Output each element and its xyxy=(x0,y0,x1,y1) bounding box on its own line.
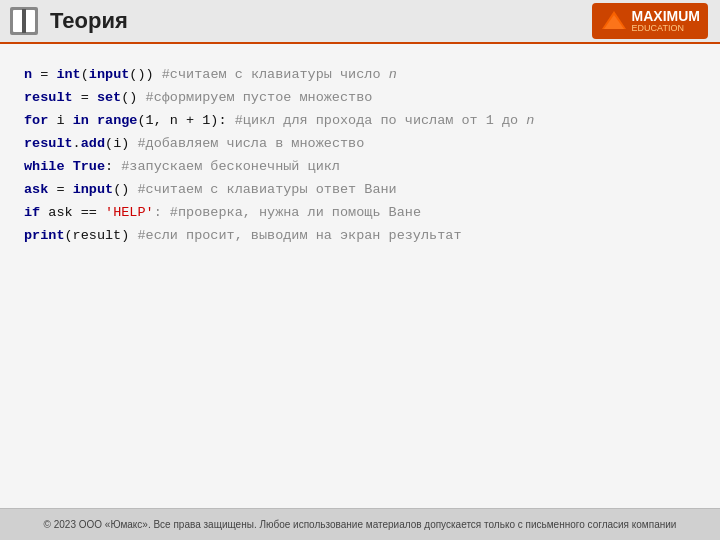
code-token: range xyxy=(97,113,138,128)
code-line: for i in range(1, n + 1): #цикл для прох… xyxy=(24,110,696,133)
code-line: print(result) #если просит, выводим на э… xyxy=(24,225,696,248)
svg-rect-2 xyxy=(25,10,35,32)
code-token: == xyxy=(81,205,97,220)
code-token: int xyxy=(56,67,80,82)
code-token: = xyxy=(32,67,56,82)
code-token: i xyxy=(48,113,72,128)
code-token: if xyxy=(24,205,40,220)
code-token: n xyxy=(24,67,32,82)
book-icon xyxy=(8,5,40,37)
code-token xyxy=(89,113,97,128)
code-token: #считаем с клавиатуры число xyxy=(154,67,389,82)
code-token: 'HELP' xyxy=(105,205,154,220)
code-line: result = set() #сформируем пустое множес… xyxy=(24,87,696,110)
header-left: Теория xyxy=(8,5,128,37)
code-token: input xyxy=(73,182,114,197)
code-line: while True: #запускаем бесконечный цикл xyxy=(24,156,696,179)
code-token xyxy=(97,205,105,220)
code-token: : xyxy=(105,159,121,174)
code-token: . xyxy=(73,136,81,151)
header-title: Теория xyxy=(50,8,128,34)
logo-box: MAXIMUM EDUCATION xyxy=(592,3,708,39)
code-token: n xyxy=(389,67,397,82)
footer-text: © 2023 ООО «Юмакс». Все права защищены. … xyxy=(44,519,677,530)
code-line: ask = input() #считаем с клавиатуры отве… xyxy=(24,179,696,202)
code-token: #запускаем бесконечный цикл xyxy=(121,159,340,174)
code-token: (i) xyxy=(105,136,129,151)
code-token: input xyxy=(89,67,130,82)
code-line: result.add(i) #добавляем числа в множест… xyxy=(24,133,696,156)
code-token: #если просит, выводим на экран результат xyxy=(129,228,461,243)
code-line: n = int(input()) #считаем с клавиатуры ч… xyxy=(24,64,696,87)
svg-rect-1 xyxy=(13,10,23,32)
code-token: set xyxy=(97,90,121,105)
code-token: ( xyxy=(81,67,89,82)
code-token: n xyxy=(526,113,534,128)
code-token: print xyxy=(24,228,65,243)
code-token: = xyxy=(73,90,97,105)
code-token: ask xyxy=(24,182,48,197)
svg-rect-3 xyxy=(22,9,26,33)
code-token: ask xyxy=(40,205,81,220)
code-token: () xyxy=(121,90,137,105)
code-token: (result) xyxy=(65,228,130,243)
logo-sub: EDUCATION xyxy=(632,24,700,34)
code-token: = xyxy=(48,182,72,197)
code-token xyxy=(65,159,73,174)
code-block: n = int(input()) #считаем с клавиатуры ч… xyxy=(24,64,696,248)
footer: © 2023 ООО «Юмакс». Все права защищены. … xyxy=(0,508,720,540)
logo-text-block: MAXIMUM EDUCATION xyxy=(632,8,700,34)
code-token: result xyxy=(24,136,73,151)
code-token: result xyxy=(24,90,73,105)
code-token: #считаем с клавиатуры ответ Вани xyxy=(129,182,396,197)
main-content: n = int(input()) #считаем с клавиатуры ч… xyxy=(0,44,720,508)
code-token: add xyxy=(81,136,105,151)
code-token: for xyxy=(24,113,48,128)
code-token: : #проверка, нужна ли помощь Ване xyxy=(154,205,421,220)
code-token: ()) xyxy=(129,67,153,82)
code-token: #цикл для прохода по числам от 1 до xyxy=(227,113,527,128)
logo-max: MAXIMUM xyxy=(632,8,700,24)
logo-area: MAXIMUM EDUCATION xyxy=(592,3,708,39)
code-token: in xyxy=(73,113,89,128)
code-token: () xyxy=(113,182,129,197)
logo-icon xyxy=(600,7,628,35)
code-token: True xyxy=(73,159,105,174)
code-token: (1, n + 1): xyxy=(137,113,226,128)
header: Теория MAXIMUM EDUCATION xyxy=(0,0,720,44)
code-token: while xyxy=(24,159,65,174)
code-line: if ask == 'HELP': #проверка, нужна ли по… xyxy=(24,202,696,225)
code-token: #сформируем пустое множество xyxy=(137,90,372,105)
code-token: #добавляем числа в множество xyxy=(129,136,364,151)
